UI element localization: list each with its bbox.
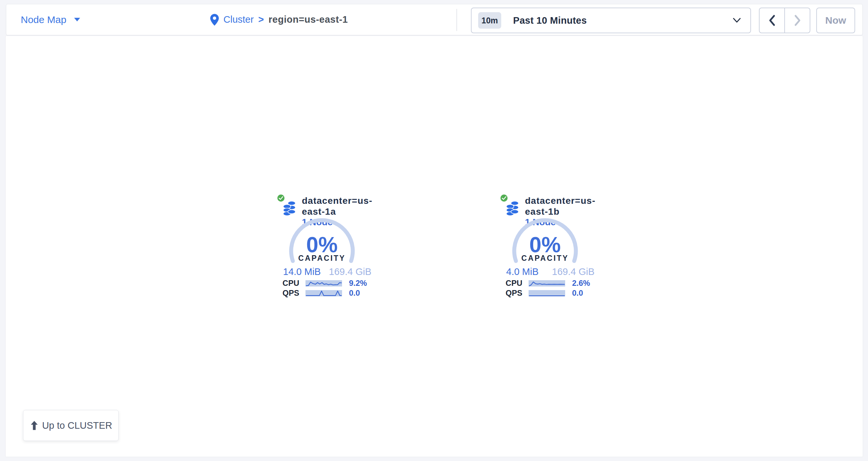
location-pin-icon (210, 14, 219, 26)
header-bar: Node Map Cluster > region=us-east-1 10m … (6, 4, 863, 35)
time-range-select[interactable]: 10m Past 10 Minutes (471, 7, 751, 33)
up-to-cluster-button[interactable]: Up to CLUSTER (23, 410, 119, 441)
database-stack-icon (506, 201, 519, 216)
qps-value: 0.0 (349, 289, 360, 298)
now-button[interactable]: Now (816, 7, 855, 33)
cpu-sparkline (306, 280, 342, 287)
capacity-label: CAPACITY (512, 254, 579, 263)
datacenter-card[interactable]: datacenter=us-east-1a 1 Node 0% CAPACITY… (277, 193, 389, 305)
cpu-metric-row: CPU 2.6% (500, 279, 590, 287)
cpu-value: 2.6% (572, 278, 590, 288)
qps-sparkline (529, 290, 565, 296)
time-next-button[interactable] (784, 8, 810, 33)
time-nav-group (759, 7, 810, 33)
capacity-total: 169.4 GiB (329, 266, 371, 277)
node-map-canvas: datacenter=us-east-1a 1 Node 0% CAPACITY… (5, 36, 863, 457)
time-prev-button[interactable] (760, 8, 784, 33)
header-divider (457, 9, 457, 31)
capacity-used: 14.0 MiB (283, 266, 321, 277)
cpu-value: 9.2% (349, 278, 367, 288)
capacity-percent: 0% (288, 232, 355, 257)
select-chevron-icon (733, 18, 741, 23)
datacenter-title: datacenter=us-east-1a (302, 195, 389, 217)
now-button-label: Now (825, 15, 846, 26)
arrow-up-icon (30, 421, 39, 430)
cpu-label: CPU (277, 278, 299, 288)
view-switcher-dropdown[interactable]: Node Map (21, 4, 81, 35)
database-stack-icon (283, 201, 296, 216)
qps-value: 0.0 (572, 289, 583, 298)
capacity-percent: 0% (512, 232, 579, 257)
qps-metric-row: QPS 0.0 (277, 290, 360, 297)
chevron-right-icon (793, 14, 802, 27)
capacity-values: 14.0 MiB 169.4 GiB (283, 266, 371, 277)
capacity-values: 4.0 MiB 169.4 GiB (506, 266, 594, 277)
time-range-label: Past 10 Minutes (513, 15, 733, 26)
capacity-total: 169.4 GiB (552, 266, 594, 277)
view-switcher-label: Node Map (21, 14, 66, 25)
cpu-sparkline (529, 280, 565, 287)
datacenter-title: datacenter=us-east-1b (525, 195, 612, 217)
cpu-metric-row: CPU 9.2% (277, 279, 367, 287)
capacity-label: CAPACITY (288, 254, 355, 263)
qps-metric-row: QPS 0.0 (500, 290, 583, 297)
capacity-used: 4.0 MiB (506, 266, 538, 277)
breadcrumb-separator: > (258, 14, 264, 25)
breadcrumb-cluster-link[interactable]: Cluster (223, 14, 254, 25)
chevron-left-icon (767, 14, 777, 27)
datacenter-card[interactable]: datacenter=us-east-1b 1 Node 0% CAPACITY… (500, 193, 612, 305)
qps-sparkline (306, 290, 342, 296)
breadcrumb: Cluster > region=us-east-1 (210, 4, 348, 35)
cpu-label: CPU (500, 278, 522, 288)
qps-label: QPS (277, 289, 299, 298)
breadcrumb-current: region=us-east-1 (269, 14, 348, 25)
time-range-badge: 10m (478, 12, 501, 29)
chevron-down-icon (73, 17, 81, 22)
up-to-cluster-label: Up to CLUSTER (42, 420, 112, 431)
qps-label: QPS (500, 289, 522, 298)
